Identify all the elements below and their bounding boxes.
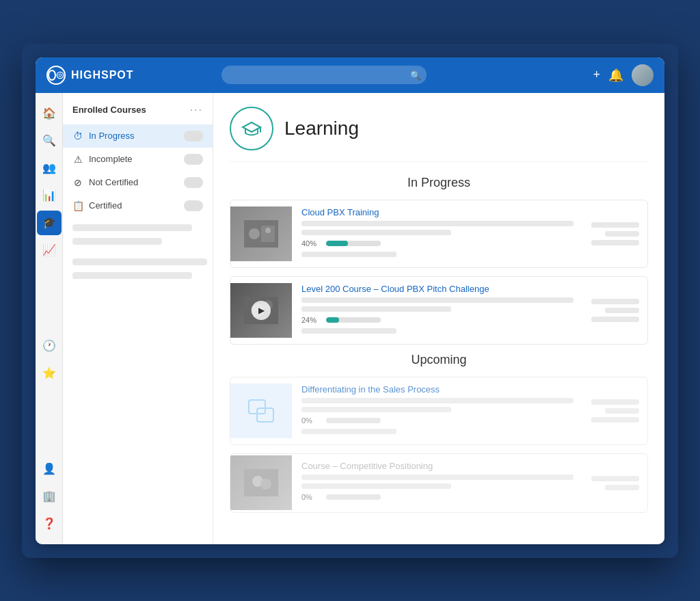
not-certified-icon: ⊘ [72,177,83,188]
add-button[interactable]: + [593,68,600,82]
certified-icon: 📋 [72,200,83,211]
skel-l10 [301,475,574,480]
progress-pct-1: 40% [301,239,321,248]
logo-icon [46,66,66,85]
svg-point-4 [249,228,260,239]
skeleton-2 [72,238,162,245]
svg-point-1 [59,74,62,77]
in-progress-icon: ⏱ [72,131,83,142]
sidebar-icon-analytics[interactable]: 📈 [37,238,62,263]
in-progress-badge [184,131,203,142]
course-card-4: Course – Competitive Positioning 0% [230,453,648,513]
outer-container: HIGHSPOT 🔍 + 🔔 🏠 🔍 👥 📊 🎓 📈 [22,44,678,558]
nav-item-certified[interactable]: 📋 Certified [63,194,213,217]
sidebar-icon-search[interactable]: 🔍 [37,129,62,153]
side-skel-2a [591,299,639,304]
certified-badge [184,200,203,211]
progress-pct-4: 0% [301,493,321,501]
side-skel-1c [591,240,639,245]
search-input[interactable] [221,66,427,84]
nav-item-in-progress[interactable]: ⏱ In Progress [63,124,213,148]
course-side-2 [583,292,647,329]
skel-l11 [301,483,451,489]
side-skel-1a [591,222,639,228]
browser-window: HIGHSPOT 🔍 + 🔔 🏠 🔍 👥 📊 🎓 📈 [36,57,664,544]
section-in-progress: In Progress [230,176,648,345]
progress-bar-fill-1 [326,241,348,246]
course-name-2[interactable]: Level 200 Course – Cloud PBX Pitch Chall… [301,284,574,294]
incomplete-badge [184,154,203,165]
svg-point-6 [265,228,271,233]
skeleton-4 [72,272,192,279]
progress-row-3: 0% [301,416,574,425]
sidebar-icon-home[interactable]: 🏠 [37,101,62,126]
top-bar-actions: + 🔔 [593,64,654,86]
sidebar-icon-users[interactable]: 👥 [37,156,62,181]
course-name-4[interactable]: Course – Competitive Positioning [301,461,574,471]
course-thumb-2: ▶ [230,283,292,338]
top-bar: HIGHSPOT 🔍 + 🔔 [36,57,664,93]
incomplete-icon: ⚠ [72,154,83,165]
side-skel-4a [591,476,639,481]
course-info-2: Level 200 Course – Cloud PBX Pitch Chall… [292,277,583,344]
page-header: Learning [230,107,648,162]
app-name: HIGHSPOT [71,69,134,81]
side-skel-1b [605,231,639,237]
side-skel-2c [591,317,639,322]
course-card-1: Cloud PBX Training 40% [230,200,648,268]
skel-l5 [301,306,451,312]
enrolled-header: Enrolled Courses ··· [63,104,213,124]
nav-item-incomplete[interactable]: ⚠ Incomplete [63,148,213,171]
main-content: Learning In Progress [213,93,664,544]
sidebar-icons: 🏠 🔍 👥 📊 🎓 📈 🕐 ⭐ 👤 🏢 ❓ [36,93,63,544]
section-upcoming: Upcoming Differentiati [230,353,648,513]
incomplete-label: Incomplete [89,154,178,164]
course-card-2: ▶ Level 200 Course – Cloud PBX Pitch Cha… [230,276,648,345]
progress-row-1: 40% [301,239,574,248]
progress-row-4: 0% [301,493,574,501]
course-name-3[interactable]: Differentiating in the Sales Process [301,384,574,395]
in-progress-label: In Progress [89,131,178,141]
in-progress-section-title: In Progress [230,176,648,190]
enrolled-more-button[interactable]: ··· [190,104,203,116]
logo: HIGHSPOT [46,66,134,85]
course-info-4: Course – Competitive Positioning 0% [292,454,583,512]
not-certified-label: Not Certified [89,177,178,187]
play-button-2[interactable]: ▶ [252,301,271,320]
avatar[interactable] [632,64,654,86]
course-side-1 [583,215,647,252]
skel-l9 [301,429,396,434]
sidebar-icon-presentation[interactable]: 📊 [37,183,62,208]
progress-bar-bg-1 [326,241,381,246]
search-icon[interactable]: 🔍 [410,70,421,80]
main-layout: 🏠 🔍 👥 📊 🎓 📈 🕐 ⭐ 👤 🏢 ❓ Enrolled Courses ·… [36,93,664,544]
upcoming-section-title: Upcoming [230,353,648,367]
upcoming-thumb-1 [230,384,292,438]
sidebar-icon-person[interactable]: 👤 [37,457,62,481]
sidebar-icon-help[interactable]: ❓ [37,511,62,536]
svg-point-14 [260,479,271,490]
sidebar-icon-learning[interactable]: 🎓 [37,211,62,235]
course-info-3: Differentiating in the Sales Process 0% [292,377,583,444]
notification-button[interactable]: 🔔 [608,68,623,83]
course-side-3 [583,392,647,429]
skel-l2 [301,230,451,235]
progress-row-2: 24% [301,316,574,324]
course-name-1[interactable]: Cloud PBX Training [301,207,574,217]
skeleton-1 [72,224,192,231]
side-skel-4b [605,485,639,490]
course-card-3: Differentiating in the Sales Process 0% [230,377,648,445]
course-thumb-1 [230,206,292,261]
sidebar-icon-building[interactable]: 🏢 [37,484,62,509]
sidebar-icon-star[interactable]: ⭐ [37,361,62,386]
skel-l4 [301,297,574,303]
progress-bar-bg-4 [326,494,381,500]
nav-item-not-certified[interactable]: ⊘ Not Certified [63,171,213,194]
skel-l7 [301,398,574,403]
svg-point-0 [57,72,63,78]
sidebar-icon-clock[interactable]: 🕐 [37,334,62,358]
not-certified-badge [184,177,203,188]
learning-icon [230,107,273,150]
course-side-4 [583,469,647,497]
skel-l1 [301,221,574,226]
